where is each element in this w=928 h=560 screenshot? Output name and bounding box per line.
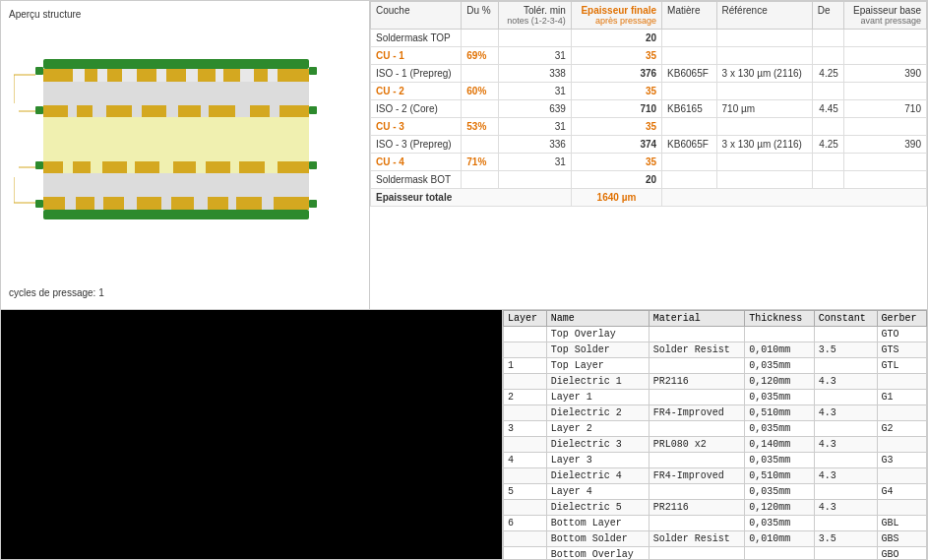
cell-base [843, 83, 926, 100]
ld-thickness [745, 327, 815, 342]
ld-material: PR2116 [649, 374, 744, 390]
ld-layer [504, 531, 547, 547]
ld-gerber: GTS [877, 342, 926, 358]
cell-base [843, 47, 926, 65]
cu4-gap2 [94, 197, 103, 210]
soldermask-bot-bar [43, 210, 309, 219]
ld-thickness: 0,010mm [745, 342, 815, 358]
layer-detail-row: Dielectric 1 PR2116 0,120mm 4.3 [504, 374, 927, 390]
stack-row: CU - 2 60% 31 35 [371, 83, 927, 100]
cell-toler: 31 [498, 83, 571, 100]
cell-matiere [662, 171, 716, 189]
cell-percent [462, 100, 498, 118]
cell-percent: 60% [462, 83, 498, 100]
cu3-gap6 [230, 161, 239, 173]
ld-material: FR4-Improved [649, 405, 744, 421]
ld-gerber: GBS [877, 531, 926, 547]
ld-name: Layer 1 [546, 390, 649, 405]
cu1-gap5 [186, 69, 198, 82]
iso3-bar [43, 173, 309, 197]
cell-percent [462, 171, 498, 189]
pad-left-2 [35, 106, 43, 114]
cell-percent: 53% [462, 118, 498, 136]
layer-detail-row: Dielectric 5 PR2116 0,120mm 4.3 [504, 500, 927, 516]
soldermask-top-bar [43, 59, 309, 69]
cell-de [812, 171, 843, 189]
th-notes: notes (1-2-3-4) [498, 16, 571, 30]
ld-material [649, 421, 744, 437]
layer-detail-row: 5 Layer 4 0,035mm G4 [504, 484, 927, 500]
ld-constant [814, 484, 877, 500]
ld-name: Top Solder [546, 342, 649, 358]
ld-material [649, 390, 744, 405]
th-name: Name [546, 311, 649, 327]
ld-layer [504, 437, 547, 453]
th-layer: Layer [504, 311, 547, 327]
cell-name: CU - 1 [371, 47, 462, 65]
cu4-gap7 [262, 197, 274, 210]
ld-layer [504, 405, 547, 421]
cell-percent: 71% [462, 154, 498, 171]
layer-detail-row: 1 Top Layer 0,035mm GTL [504, 358, 927, 374]
layer-detail-row: Bottom Overlay GBO [504, 547, 927, 561]
ld-gerber [877, 437, 926, 453]
stack-table: Couche Du % Tolér. min Epaisseur finale … [370, 1, 927, 207]
cell-de: 4.45 [812, 100, 843, 118]
stack-row: Soldermask TOP 20 [371, 30, 927, 47]
total-empty [662, 189, 927, 207]
cell-final: 35 [571, 154, 661, 171]
ld-material: PR2116 [649, 500, 744, 516]
cell-matiere [662, 118, 716, 136]
cu4-gap4 [161, 197, 171, 210]
layer-detail-body: Top Overlay GTO Top Solder Solder Resist… [504, 327, 927, 561]
cu2-gap7 [270, 105, 279, 117]
ld-constant: 4.3 [814, 437, 877, 453]
cu2-gap3 [132, 105, 142, 117]
th-sub2 [462, 16, 498, 30]
cell-toler: 31 [498, 118, 571, 136]
ld-constant: 4.3 [814, 405, 877, 421]
ld-gerber: GBL [877, 516, 926, 531]
total-value: 1640 µm [571, 189, 661, 207]
ld-gerber: GTL [877, 358, 926, 374]
ld-gerber: G2 [877, 421, 926, 437]
cell-reference: 3 x 130 µm (2116) [716, 65, 812, 83]
pad-right-4 [309, 200, 317, 208]
cell-name: ISO - 1 (Prepreg) [371, 65, 462, 83]
cell-final: 374 [571, 136, 661, 154]
cell-matiere [662, 30, 716, 47]
ld-name: Bottom Solder [546, 531, 649, 547]
ld-material [649, 327, 744, 342]
ld-layer [504, 500, 547, 516]
ld-name: Dielectric 3 [546, 437, 649, 453]
pad-right-3 [309, 161, 317, 169]
cu3-gap1 [63, 161, 73, 173]
cell-de [812, 83, 843, 100]
cell-toler: 31 [498, 154, 571, 171]
ld-thickness: 0,140mm [745, 437, 815, 453]
ld-constant: 4.3 [814, 468, 877, 484]
ld-constant: 4.3 [814, 500, 877, 516]
cu1-gap3 [122, 69, 137, 82]
pcb-visual [14, 39, 356, 268]
ld-name: Bottom Layer [546, 516, 649, 531]
ld-name: Dielectric 1 [546, 374, 649, 390]
stack-row: ISO - 1 (Prepreg) 338 376 KB6065F 3 x 13… [371, 65, 927, 83]
layer-detail-row: Top Solder Solder Resist 0,010mm 3.5 GTS [504, 342, 927, 358]
cu4-gap3 [124, 197, 137, 210]
cell-reference [716, 83, 812, 100]
cu2-gap5 [201, 105, 209, 117]
ld-layer [504, 374, 547, 390]
cu1-gap4 [156, 69, 166, 82]
ld-gerber: GBO [877, 547, 926, 561]
stack-row: Soldermask BOT 20 [371, 171, 927, 189]
cell-name: ISO - 2 (Core) [371, 100, 462, 118]
ld-name: Dielectric 4 [546, 468, 649, 484]
ld-material [649, 453, 744, 468]
total-label: Epaisseur totale [371, 189, 572, 207]
cell-matiere [662, 154, 716, 171]
cell-reference: 3 x 130 µm (2116) [716, 136, 812, 154]
stack-row: CU - 3 53% 31 35 [371, 118, 927, 136]
cell-matiere: KB6165 [662, 100, 716, 118]
cell-percent: 69% [462, 47, 498, 65]
